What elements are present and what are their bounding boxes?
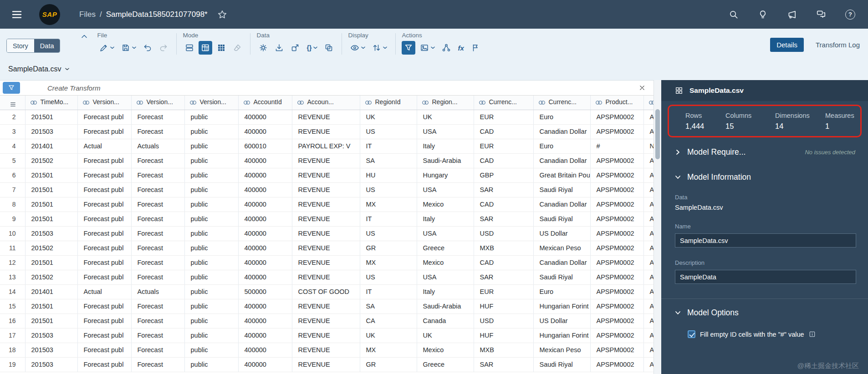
column-header[interactable]: Region...: [417, 96, 474, 110]
transform-log-link[interactable]: Transform Log: [816, 41, 860, 49]
undo-icon[interactable]: [141, 41, 154, 55]
table-cell[interactable]: 201501: [25, 168, 77, 182]
table-cell[interactable]: Canada: [417, 313, 474, 328]
formula-icon[interactable]: fx: [455, 41, 466, 55]
column-header[interactable]: Currenc...: [474, 96, 533, 110]
data-actions-icon[interactable]: [256, 41, 270, 55]
table-cell[interactable]: MX: [360, 343, 417, 357]
table-cell[interactable]: GBP: [474, 168, 533, 182]
table-cell[interactable]: Forecast publ: [77, 182, 131, 197]
table-cell[interactable]: APSPM0002: [590, 212, 643, 226]
table-cell[interactable]: public: [184, 313, 238, 328]
table-cell[interactable]: HUF: [474, 299, 533, 313]
sap-logo[interactable]: SAP: [39, 4, 60, 25]
table-cell[interactable]: Forecast: [131, 270, 184, 284]
table-cell[interactable]: Italy: [417, 212, 474, 226]
table-cell[interactable]: A: [643, 226, 654, 241]
story-tab[interactable]: Story: [7, 39, 34, 52]
model-information-section[interactable]: Model Information: [661, 172, 868, 182]
table-cell[interactable]: Forecast publ: [77, 168, 131, 182]
table-cell[interactable]: GR: [360, 357, 417, 372]
table-cell[interactable]: REVENUE: [292, 328, 360, 343]
data-tab[interactable]: Data: [34, 39, 60, 52]
table-cell[interactable]: APSPM0002: [590, 284, 643, 299]
table-cell[interactable]: Mexican Peso: [533, 241, 590, 255]
column-header[interactable]: [643, 96, 654, 110]
table-cell[interactable]: public: [184, 182, 238, 197]
custom-expression-icon[interactable]: {}: [304, 41, 320, 55]
row-number[interactable]: 7: [0, 182, 25, 197]
table-cell[interactable]: public: [184, 284, 238, 299]
table-cell[interactable]: 201503: [25, 124, 77, 139]
table-cell[interactable]: Forecast: [131, 357, 184, 372]
edit-tools-icon[interactable]: [97, 41, 117, 55]
column-header[interactable]: RegionId: [360, 96, 417, 110]
table-cell[interactable]: APSPM0002: [590, 328, 643, 343]
table-cell[interactable]: Forecast: [131, 197, 184, 212]
table-cell[interactable]: Canadian Dollar: [533, 153, 590, 168]
column-header[interactable]: Version...: [184, 96, 238, 110]
chevron-down-icon[interactable]: [65, 68, 69, 71]
search-icon[interactable]: [728, 9, 740, 20]
table-cell[interactable]: 400000: [238, 328, 292, 343]
column-header[interactable]: AccountId: [238, 96, 292, 110]
table-cell[interactable]: Mexico: [417, 255, 474, 270]
table-cell[interactable]: 400000: [238, 299, 292, 313]
table-cell[interactable]: HU: [360, 168, 417, 182]
table-cell[interactable]: PAYROLL EXP: V: [292, 139, 360, 153]
table-cell[interactable]: Greece: [417, 241, 474, 255]
table-cell[interactable]: IT: [360, 284, 417, 299]
create-transform-icon[interactable]: [402, 41, 415, 55]
table-cell[interactable]: Forecast: [131, 343, 184, 357]
table-cell[interactable]: APSPM0002: [590, 270, 643, 284]
table-cell[interactable]: 201502: [25, 241, 77, 255]
image-icon[interactable]: [418, 41, 437, 55]
table-cell[interactable]: Euro: [533, 284, 590, 299]
table-cell[interactable]: public: [184, 299, 238, 313]
table-cell[interactable]: REVENUE: [292, 197, 360, 212]
table-cell[interactable]: A: [643, 124, 654, 139]
table-cell[interactable]: Saudi-Arabia: [417, 153, 474, 168]
table-cell[interactable]: APSPM0002: [590, 343, 643, 357]
table-cell[interactable]: Forecast: [131, 182, 184, 197]
table-cell[interactable]: 400000: [238, 212, 292, 226]
table-cell[interactable]: 500000: [238, 284, 292, 299]
table-cell[interactable]: Forecast: [131, 328, 184, 343]
table-cell[interactable]: REVENUE: [292, 124, 360, 139]
table-cell[interactable]: IT: [360, 139, 417, 153]
table-cell[interactable]: public: [184, 226, 238, 241]
table-cell[interactable]: Forecast: [131, 212, 184, 226]
table-cell[interactable]: A: [643, 168, 654, 182]
table-cell[interactable]: 201503: [25, 226, 77, 241]
table-cell[interactable]: 400000: [238, 313, 292, 328]
redo-icon[interactable]: [157, 41, 170, 55]
table-cell[interactable]: US: [360, 124, 417, 139]
table-cell[interactable]: Actual: [77, 139, 131, 153]
table-cell[interactable]: Forecast: [131, 153, 184, 168]
table-cell[interactable]: CAD: [474, 255, 533, 270]
details-button[interactable]: Details: [770, 38, 804, 52]
table-cell[interactable]: USA: [417, 124, 474, 139]
table-cell[interactable]: Actuals: [131, 139, 184, 153]
table-cell[interactable]: Forecast publ: [77, 197, 131, 212]
row-number[interactable]: 17: [0, 328, 25, 343]
table-cell[interactable]: UK: [360, 110, 417, 124]
table-cell[interactable]: Hungarian Forint: [533, 299, 590, 313]
table-cell[interactable]: CAD: [474, 124, 533, 139]
table-cell[interactable]: 400000: [238, 153, 292, 168]
vertical-scrollbar[interactable]: [654, 80, 661, 374]
menu-icon[interactable]: [10, 8, 24, 21]
table-cell[interactable]: Mexico: [417, 343, 474, 357]
row-number[interactable]: 10: [0, 226, 25, 241]
table-cell[interactable]: Forecast publ: [77, 357, 131, 372]
table-cell[interactable]: public: [184, 328, 238, 343]
favorite-star-icon[interactable]: [216, 9, 228, 20]
table-cell[interactable]: Forecast: [131, 241, 184, 255]
table-cell[interactable]: Hungarian Forint: [533, 328, 590, 343]
table-cell[interactable]: 201401: [25, 284, 77, 299]
row-number-header[interactable]: [0, 96, 25, 110]
table-cell[interactable]: Canadian Dollar: [533, 255, 590, 270]
table-cell[interactable]: Forecast publ: [77, 270, 131, 284]
table-cell[interactable]: SAR: [474, 270, 533, 284]
chevron-right-icon[interactable]: [675, 149, 681, 155]
